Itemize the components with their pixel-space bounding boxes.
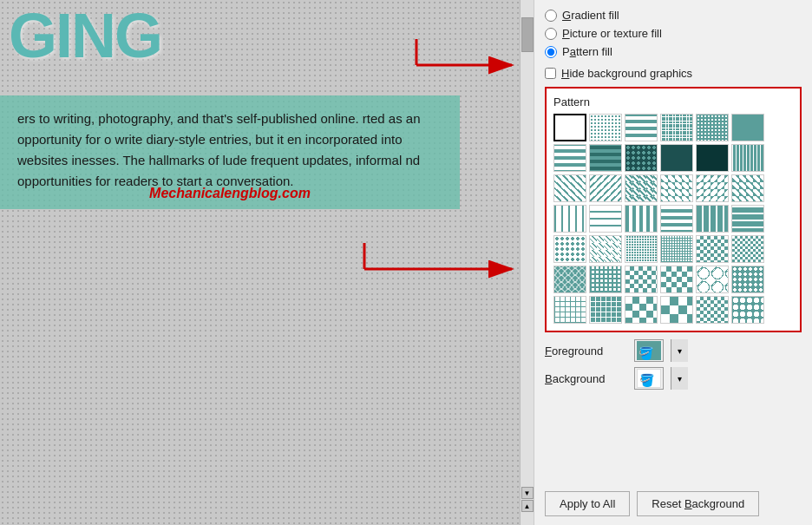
pattern-cell[interactable] [696,205,729,233]
background-color-dropdown[interactable]: ▾ [671,367,688,390]
pattern-cell[interactable] [696,266,729,293]
pattern-cell[interactable] [625,205,658,233]
scrollbar-arrow-down[interactable]: ▼ [521,487,534,499]
pattern-fill-label[interactable]: Pattern fill [562,45,612,58]
hide-background-label[interactable]: Hide background graphics [561,67,692,80]
pattern-cell[interactable] [731,266,764,293]
gradient-fill-option[interactable]: Gradient fill [545,9,802,22]
pattern-cell[interactable] [660,296,693,324]
bottom-buttons: Apply to All Reset Background [545,484,802,516]
pattern-cell[interactable] [589,174,622,202]
slide-watermark: Mechanicalengblog.com [149,182,311,205]
pattern-cell[interactable] [660,235,693,263]
pattern-cell[interactable] [553,205,586,233]
apply-to-all-button[interactable]: Apply to All [545,491,630,516]
picture-fill-radio[interactable] [545,28,557,40]
scrollbar-thumb[interactable] [521,17,534,52]
pattern-cell[interactable] [696,296,729,324]
slide-content-box: ers to writing, photography, and that's … [0,95,460,209]
pattern-fill-option[interactable]: Pattern fill [545,45,802,58]
scrollbar-arrow-up[interactable]: ▲ [521,500,534,512]
slide-content-text: ers to writing, photography, and that's … [17,111,421,188]
hide-background-checkbox[interactable] [545,68,556,79]
pattern-cell[interactable] [625,114,658,141]
pattern-cell[interactable] [625,174,658,202]
slide-preview: GING ers to writing, photography, and th… [0,0,534,525]
pattern-grid [553,114,793,324]
slide-title: GING [0,0,161,67]
pattern-section: Pattern [545,87,802,332]
gradient-fill-radio[interactable] [545,10,557,22]
pattern-cell[interactable] [731,174,764,202]
pattern-section-label: Pattern [553,95,793,108]
pattern-cell[interactable] [589,114,622,141]
gradient-fill-label[interactable]: Gradient fill [562,9,619,22]
pattern-cell[interactable] [589,296,622,324]
pattern-cell[interactable] [553,174,586,202]
pattern-cell[interactable] [660,174,693,202]
pattern-cell[interactable] [553,144,586,172]
pattern-cell[interactable] [731,205,764,233]
pattern-cell[interactable] [731,235,764,263]
foreground-color-dropdown[interactable]: ▾ [671,339,688,362]
pattern-cell[interactable] [553,235,586,263]
pattern-cell[interactable] [589,205,622,233]
hide-background-option[interactable]: Hide background graphics [545,67,802,80]
foreground-row: Foreground 🪣 ▾ [545,339,802,362]
pattern-cell[interactable] [589,266,622,293]
pattern-cell[interactable] [625,144,658,172]
foreground-color-swatch: 🪣 [637,341,661,360]
background-label: Background [545,372,627,385]
pattern-cell[interactable] [696,144,729,172]
pattern-cell[interactable] [660,266,693,293]
right-panel: Gradient fill Picture or texture fill Pa… [534,0,812,525]
background-color-swatch: 🪣 [637,369,661,388]
pattern-cell[interactable] [660,205,693,233]
pattern-cell[interactable] [696,235,729,263]
pattern-cell[interactable] [553,296,586,324]
pattern-cell[interactable] [731,144,764,172]
pattern-cell[interactable] [589,144,622,172]
background-row: Background 🪣 ▾ [545,367,802,390]
picture-fill-option[interactable]: Picture or texture fill [545,27,802,40]
foreground-color-button[interactable]: 🪣 [634,339,664,362]
pattern-cell[interactable] [553,266,586,293]
pattern-cell[interactable] [625,266,658,293]
pattern-cell[interactable] [553,114,586,141]
pattern-cell[interactable] [625,296,658,324]
pattern-cell[interactable] [731,114,764,141]
picture-fill-label[interactable]: Picture or texture fill [562,27,662,40]
pattern-cell[interactable] [660,114,693,141]
pattern-cell[interactable] [696,114,729,141]
reset-background-button[interactable]: Reset Background [637,491,759,516]
background-color-button[interactable]: 🪣 [634,367,664,390]
fill-options: Gradient fill Picture or texture fill Pa… [545,9,802,58]
pattern-cell[interactable] [625,235,658,263]
foreground-label: Foreground [545,345,627,358]
pattern-cell[interactable] [696,174,729,202]
pattern-cell[interactable] [660,144,693,172]
slide-background-dots [0,0,534,525]
pattern-cell[interactable] [589,235,622,263]
left-scrollbar[interactable]: ▼ ▲ [520,0,534,525]
pattern-fill-radio[interactable] [545,46,557,58]
pattern-cell[interactable] [731,296,764,324]
